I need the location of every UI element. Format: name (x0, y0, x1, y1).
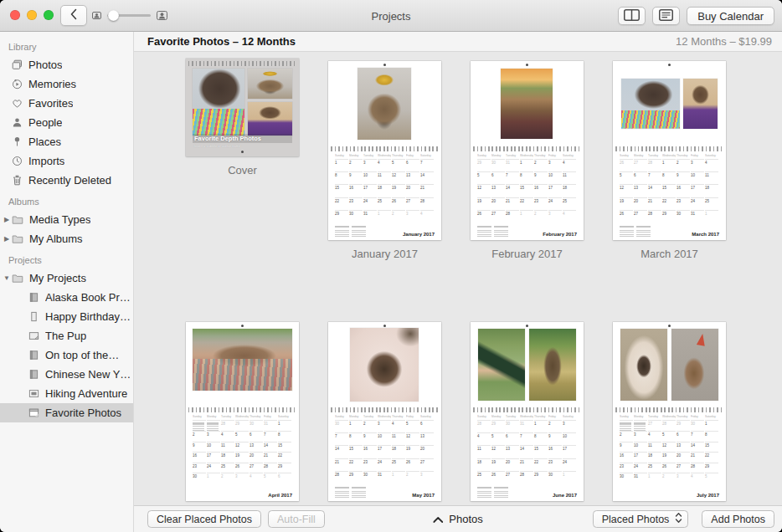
sidebar-item-people[interactable]: People (0, 113, 133, 132)
month-thumbnail-june-2017[interactable]: SundayMondayTuesdayWednesdayThursdayFrid… (471, 322, 584, 505)
calendar-day-cell: 23 (677, 197, 690, 210)
calendar-day-cell: 21 (420, 184, 434, 197)
sidebar-item-favorites[interactable]: Favorites (0, 94, 133, 113)
calendar-day-cell: 18 (392, 445, 405, 458)
project-settings-button[interactable] (652, 7, 680, 25)
sidebar-item-label: Alaska Book Pr… (45, 291, 131, 304)
sidebar-item-the-pup[interactable]: The Pup (0, 326, 133, 345)
slider-track[interactable] (107, 14, 151, 17)
calendar-day-cell: 5 (620, 171, 633, 184)
calendar-week-row: 12131415161718 (620, 184, 719, 197)
sidebar-item-label: Favorites (28, 97, 73, 110)
calendar-day-cell: 16 (349, 184, 363, 197)
back-button[interactable] (60, 5, 87, 26)
close-window-button[interactable] (10, 10, 20, 20)
auto-fill-button[interactable]: Auto-Fill (268, 510, 325, 528)
calendar-day-cell: 4 (420, 210, 434, 223)
clear-placed-photos-button[interactable]: Clear Placed Photos (147, 510, 261, 528)
month-thumbnail-february-2017[interactable]: SundayMondayTuesdayWednesdayThursdayFrid… (471, 61, 584, 260)
calendar-day-cell: 17 (207, 452, 220, 463)
calendar-day-cell (193, 420, 206, 431)
buy-calendar-button[interactable]: Buy Calendar (687, 7, 774, 25)
sidebar-item-memories[interactable]: Memories (0, 74, 133, 94)
cover-photo-woman-curly-stripes (193, 69, 244, 136)
calendar-day-cell: 2 (662, 473, 676, 483)
calendar-day-cell: 14 (691, 442, 704, 453)
calendar-day-cell: 4 (250, 473, 263, 483)
calendar-day-cell: 3 (207, 431, 220, 442)
calendar-day-cell: 5 (392, 159, 405, 171)
sidebar-item-hiking-adventure[interactable]: Hiking Adventure (0, 384, 133, 403)
mini-month-calendar (636, 226, 651, 237)
calendar-grid-page: SundayMondayTuesdayWednesdayThursdayFrid… (613, 151, 726, 240)
sidebar-item-recently-deleted[interactable]: Recently Deleted (0, 171, 133, 190)
month-thumbnail-july-2017[interactable]: SundayMondayTuesdayWednesdayThursdayFrid… (613, 322, 726, 505)
calendar-day-cell: 20 (406, 184, 419, 197)
sidebar-item-my-albums[interactable]: ▶My Albums (0, 229, 133, 248)
calendar-day-cell: 19 (235, 452, 249, 463)
hanging-hole (241, 151, 244, 153)
calendar-day-cell: 18 (648, 452, 661, 463)
sidebar-item-my-projects[interactable]: ▼My Projects (0, 269, 133, 288)
photo-page (186, 322, 299, 407)
calendar-footer: January 2017 (335, 223, 435, 240)
calendar-day-cell: 8 (534, 432, 548, 445)
sidebar-item-on-top-of-the[interactable]: On top of the… (0, 345, 133, 365)
calendar-day-cell: 4 (221, 431, 234, 442)
calendar-week-row: 28293031123 (477, 420, 577, 432)
calendar-day-cell: 2 (677, 159, 690, 171)
calendar-day-cell: 27 (677, 463, 690, 473)
calendar-week-row: 16171819202122 (193, 452, 292, 463)
disclosure-expanded-icon[interactable]: ▼ (3, 274, 11, 282)
calendar-week-row: 2930311234 (477, 159, 577, 171)
month-thumbnail-january-2017[interactable]: SundayMondayTuesdayWednesdayThursdayFrid… (328, 61, 441, 260)
disclosure-collapsed-icon[interactable]: ▶ (3, 216, 11, 223)
sidebar-item-media-types[interactable]: ▶Media Types (0, 210, 133, 229)
calendar-day-cell: 21 (691, 452, 704, 463)
sidebar-item-favorite-photos[interactable]: Favorite Photos (0, 403, 133, 422)
sidebar-item-places[interactable]: Places (0, 132, 133, 151)
minimize-window-button[interactable] (27, 10, 37, 20)
mini-month-calendar (193, 422, 204, 431)
add-photos-button[interactable]: Add Photos (702, 510, 774, 528)
calendar-week-row: 22232425262728 (335, 197, 435, 210)
calendar-day-cell: 4 (563, 159, 576, 171)
photo-page (613, 322, 726, 407)
calendar-day-cell: 25 (477, 471, 491, 483)
hanging-hole (668, 64, 671, 66)
placed-photos-dropdown[interactable]: Placed Photos (593, 510, 689, 528)
sidebar-section-title-albums: Albums (0, 190, 133, 210)
calendar-day-cell: 11 (705, 171, 718, 184)
calendar-day-cell: 20 (506, 458, 519, 471)
calendar-week-row: 28293031123 (335, 471, 435, 483)
zoom-window-button[interactable] (44, 10, 54, 20)
calendar-day-cell: 2 (221, 473, 234, 483)
slider-thumb[interactable] (108, 10, 119, 21)
month-thumbnail-april-2017[interactable]: SundayMondayTuesdayWednesdayThursdayFrid… (186, 322, 299, 505)
calendar-day-cell: 12 (406, 432, 419, 445)
sidebar-item-photos[interactable]: Photos (0, 55, 133, 74)
disclosure-collapsed-icon[interactable]: ▶ (3, 235, 11, 243)
calendar-day-cell: 9 (620, 442, 633, 453)
month-thumbnail-march-2017[interactable]: SundayMondayTuesdayWednesdayThursdayFrid… (613, 61, 726, 260)
split-view-button[interactable] (618, 7, 646, 25)
calendar-day-cell: 26 (620, 210, 633, 223)
sidebar-item-imports[interactable]: Imports (0, 151, 133, 171)
sidebar-item-label: My Albums (29, 233, 83, 245)
month-thumbnail-may-2017[interactable]: SundayMondayTuesdayWednesdayThursdayFrid… (328, 322, 441, 505)
calendar-day-cell: 2 (363, 420, 377, 432)
cover-thumbnail[interactable]: Favorite Depth PhotosInsert a subtitle o… (186, 59, 299, 176)
calendar-day-cell: 15 (520, 184, 533, 197)
sidebar-item-chinese-new-y[interactable]: Chinese New Y… (0, 365, 133, 384)
calendar-day-cell: 1 (534, 420, 548, 432)
sidebar-item-alaska-book-pr[interactable]: Alaska Book Pr… (0, 288, 133, 307)
calendar-day-cell: 13 (491, 184, 505, 197)
sidebar-item-label: Photos (28, 59, 62, 71)
calendar-day-cell: 10 (634, 442, 647, 453)
content-area: Favorite Photos – 12 Months 12 Months – … (134, 32, 782, 532)
thumbnail-zoom-slider[interactable] (90, 9, 167, 21)
calendar-day-cell: 29 (278, 463, 291, 473)
sidebar-item-happy-birthday[interactable]: Happy Birthday… (0, 307, 133, 326)
photos-drawer-toggle[interactable]: Photos (433, 513, 482, 525)
calendar-day-cell: 30 (335, 420, 348, 432)
